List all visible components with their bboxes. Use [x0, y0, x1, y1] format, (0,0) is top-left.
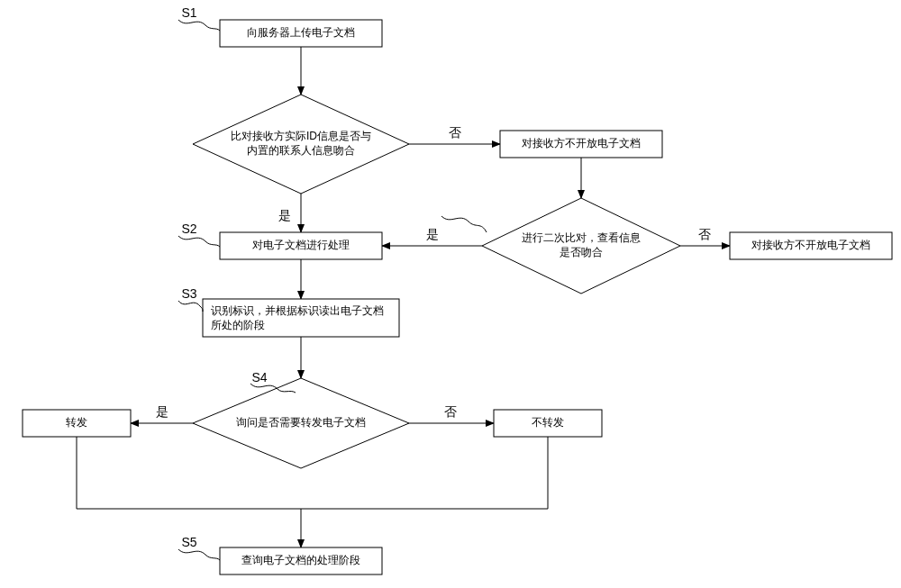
text-s3a: 识别标识，并根据标识读出电子文档: [211, 304, 384, 317]
label-d1-no: 否: [449, 125, 461, 140]
squiggle-s2: [178, 236, 220, 247]
text-noforward: 不转发: [532, 416, 564, 429]
text-noopen2: 对接收方不开放电子文档: [751, 239, 870, 251]
step-s3: S3: [181, 286, 196, 301]
squiggle-s5: [178, 549, 220, 560]
text-d1b: 内置的联系人信息吻合: [247, 144, 355, 157]
step-s2: S2: [181, 222, 196, 236]
squiggle-s1: [178, 20, 220, 31]
step-s1: S1: [181, 5, 196, 20]
text-d2a: 进行二次比对，查看信息: [522, 231, 641, 244]
text-s2: 对电子文档进行处理: [252, 239, 350, 251]
text-noopen1: 对接收方不开放电子文档: [522, 137, 641, 149]
flowchart: 向服务器上传电子文档 S1 比对接收方实际ID信息是否与 内置的联系人信息吻合 …: [0, 0, 901, 588]
text-d3: 询问是否需要转发电子文档: [236, 416, 366, 429]
text-s3b: 所处的阶段: [211, 319, 265, 331]
step-s4: S4: [251, 370, 267, 384]
squiggle-s3: [178, 301, 203, 312]
label-d2-yes: 是: [426, 227, 439, 241]
step-s5: S5: [181, 535, 196, 549]
label-d3-yes: 是: [156, 404, 168, 419]
squiggle-d2: [441, 216, 487, 232]
label-d2-no: 否: [698, 227, 711, 241]
text-forward: 转发: [66, 416, 87, 429]
text-s5: 查询电子文档的处理阶段: [241, 554, 360, 566]
text-d2b: 是否吻合: [560, 246, 603, 258]
label-d1-yes: 是: [278, 208, 291, 222]
text-upload: 向服务器上传电子文档: [247, 26, 355, 39]
text-d1a: 比对接收方实际ID信息是否与: [231, 130, 371, 142]
label-d3-no: 否: [444, 404, 457, 419]
